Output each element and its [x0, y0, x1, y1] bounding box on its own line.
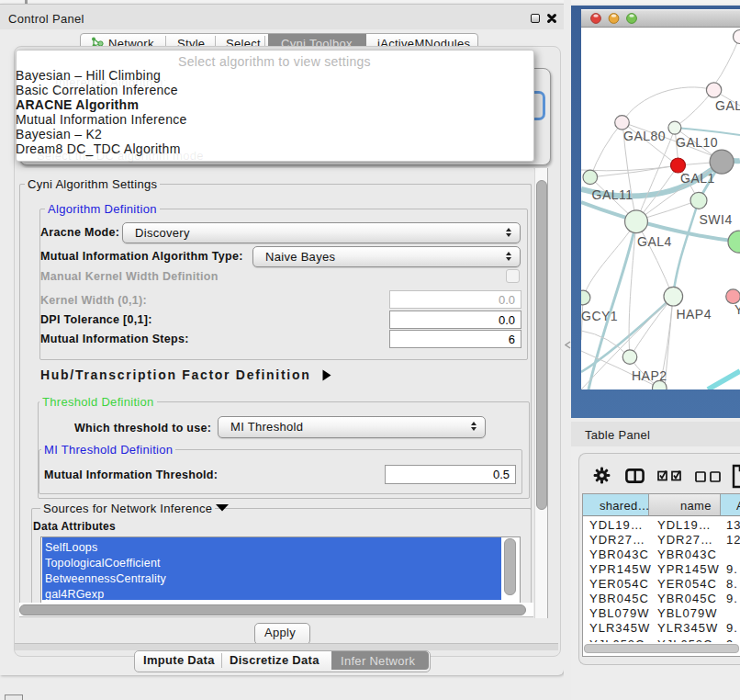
- svg-text:GAL10: GAL10: [676, 135, 718, 150]
- svg-text:GAL11: GAL11: [592, 187, 633, 202]
- svg-text:Y: Y: [734, 302, 740, 317]
- svg-text:HAP4: HAP4: [676, 307, 712, 322]
- svg-text:SWI4: SWI4: [700, 212, 733, 227]
- svg-text:GAL4: GAL4: [637, 234, 672, 249]
- svg-text:GCY1: GCY1: [581, 309, 618, 323]
- svg-text:HAP2: HAP2: [632, 368, 667, 383]
- svg-text:GAL: GAL: [715, 98, 740, 113]
- svg-text:GAL80: GAL80: [623, 129, 666, 143]
- svg-text:GAL1: GAL1: [680, 171, 715, 186]
